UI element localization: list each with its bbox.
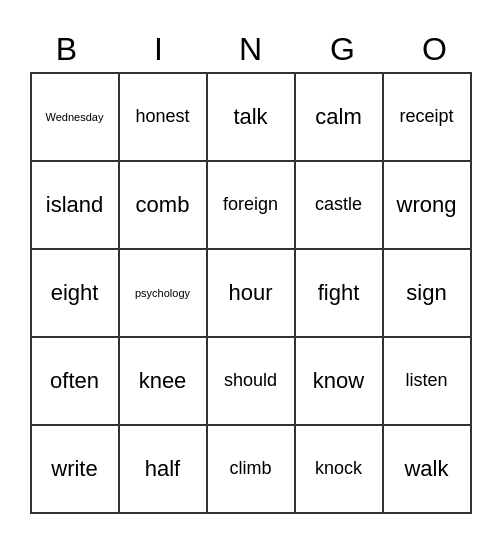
bingo-grid: Wednesdayhonesttalkcalmreceiptislandcomb… xyxy=(30,72,472,514)
bingo-container: BINGO Wednesdayhonesttalkcalmreceiptisla… xyxy=(11,21,491,524)
cell-r0-c3: calm xyxy=(296,74,384,162)
header-letter: N xyxy=(207,31,295,68)
cell-text: sign xyxy=(406,280,446,306)
cell-r3-c1: knee xyxy=(120,338,208,426)
cell-text: castle xyxy=(315,194,362,215)
cell-text: walk xyxy=(404,456,448,482)
cell-text: knee xyxy=(139,368,187,394)
cell-text: receipt xyxy=(399,106,453,127)
cell-text: know xyxy=(313,368,364,394)
cell-text: foreign xyxy=(223,194,278,215)
cell-r2-c1: psychology xyxy=(120,250,208,338)
cell-text: often xyxy=(50,368,99,394)
cell-text: hour xyxy=(228,280,272,306)
cell-r1-c2: foreign xyxy=(208,162,296,250)
cell-r3-c3: know xyxy=(296,338,384,426)
cell-text: Wednesday xyxy=(46,111,104,123)
cell-r1-c3: castle xyxy=(296,162,384,250)
cell-text: psychology xyxy=(135,287,190,299)
cell-text: island xyxy=(46,192,103,218)
header-letter: O xyxy=(391,31,479,68)
cell-r0-c4: receipt xyxy=(384,74,472,162)
cell-text: comb xyxy=(136,192,190,218)
cell-r3-c4: listen xyxy=(384,338,472,426)
cell-r2-c0: eight xyxy=(32,250,120,338)
cell-text: honest xyxy=(135,106,189,127)
header-letter: I xyxy=(115,31,203,68)
cell-r3-c2: should xyxy=(208,338,296,426)
cell-text: wrong xyxy=(397,192,457,218)
cell-text: write xyxy=(51,456,97,482)
cell-r0-c0: Wednesday xyxy=(32,74,120,162)
cell-text: should xyxy=(224,370,277,391)
cell-r1-c4: wrong xyxy=(384,162,472,250)
cell-r2-c4: sign xyxy=(384,250,472,338)
cell-text: fight xyxy=(318,280,360,306)
cell-r4-c0: write xyxy=(32,426,120,514)
cell-r1-c0: island xyxy=(32,162,120,250)
cell-text: talk xyxy=(233,104,267,130)
cell-r2-c2: hour xyxy=(208,250,296,338)
cell-r2-c3: fight xyxy=(296,250,384,338)
cell-r4-c4: walk xyxy=(384,426,472,514)
cell-text: calm xyxy=(315,104,361,130)
cell-text: climb xyxy=(229,458,271,479)
cell-text: eight xyxy=(51,280,99,306)
cell-r4-c2: climb xyxy=(208,426,296,514)
header-letter: G xyxy=(299,31,387,68)
cell-r0-c1: honest xyxy=(120,74,208,162)
cell-r3-c0: often xyxy=(32,338,120,426)
cell-text: listen xyxy=(405,370,447,391)
cell-r4-c3: knock xyxy=(296,426,384,514)
cell-r4-c1: half xyxy=(120,426,208,514)
cell-text: knock xyxy=(315,458,362,479)
cell-r1-c1: comb xyxy=(120,162,208,250)
bingo-header: BINGO xyxy=(21,31,481,68)
cell-text: half xyxy=(145,456,180,482)
header-letter: B xyxy=(23,31,111,68)
cell-r0-c2: talk xyxy=(208,74,296,162)
